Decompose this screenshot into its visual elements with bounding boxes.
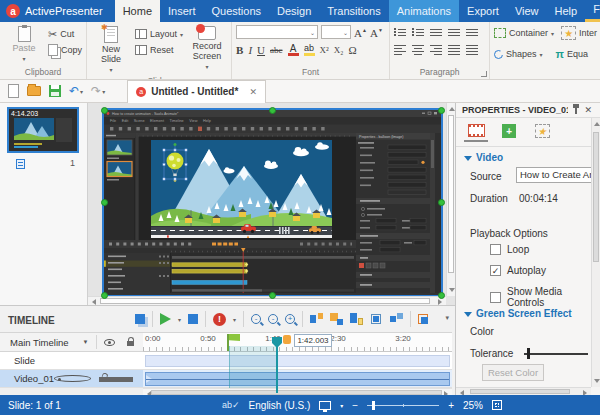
green-screen-section-header[interactable]: Green Screen Effect [464, 308, 572, 319]
open-button[interactable] [27, 86, 41, 96]
source-input[interactable]: How to Create Ani [516, 167, 594, 183]
visibility-toggle-icon[interactable] [54, 375, 91, 382]
autoplay-checkbox[interactable]: ✓ Autoplay [490, 265, 546, 276]
decrease-indent-button[interactable] [430, 27, 442, 36]
pin-icon[interactable] [575, 107, 577, 114]
strikethrough-button[interactable]: abc [270, 44, 283, 56]
symbol-button[interactable]: Ω [348, 44, 356, 56]
save-button[interactable] [49, 85, 61, 97]
properties-vertical-scrollbar[interactable] [591, 118, 600, 387]
tab-home[interactable]: Home [115, 0, 160, 22]
selection-handle-bottom-center[interactable] [269, 292, 276, 299]
line-spacing-button[interactable] [466, 27, 478, 36]
track-lane-video[interactable] [143, 370, 452, 388]
tab-media-properties[interactable] [464, 120, 488, 142]
container-button[interactable]: Container ▾ ★ Inter [494, 27, 597, 39]
properties-vscroll-thumb[interactable] [593, 132, 599, 262]
track-header-video[interactable]: Video_01 [0, 370, 143, 388]
tab-transitions[interactable]: Transitions [319, 0, 388, 22]
redo-button[interactable]: ↷▾ [91, 84, 105, 98]
shrink-font-button[interactable]: A▼ [370, 25, 383, 39]
proofing-icon[interactable]: ab✓ [222, 400, 240, 410]
stop-button[interactable] [188, 314, 198, 324]
record-narration-button[interactable]: ! [213, 313, 226, 326]
lock-toggle-icon[interactable] [99, 377, 134, 382]
split-button[interactable] [310, 313, 323, 325]
tab-interactivity[interactable]: ★ [530, 120, 554, 142]
reset-color-button[interactable]: Reset Color [482, 364, 544, 381]
cut-button[interactable]: ✂ Cut [48, 28, 82, 40]
tab-insert[interactable]: Insert [160, 0, 204, 22]
tab-size-properties[interactable]: + [497, 120, 521, 142]
align-right-button[interactable] [430, 43, 442, 55]
undo-button[interactable]: ↶▾ [69, 84, 83, 98]
visibility-toggle-icon[interactable] [104, 339, 115, 346]
new-document-button[interactable] [8, 84, 19, 98]
italic-button[interactable]: I [248, 44, 252, 56]
align-left-button[interactable] [394, 43, 406, 55]
shapes-button[interactable]: Shapes ▾ π Equa [494, 48, 597, 60]
selection-handle-top-left[interactable] [101, 107, 108, 114]
document-tab-close-icon[interactable]: ✕ [249, 87, 257, 97]
timeline-overflow-icon[interactable]: ▾ [445, 314, 449, 322]
fit-to-window-icon[interactable] [492, 400, 502, 410]
tab-help[interactable]: Help [547, 0, 586, 22]
zoom-out-icon[interactable]: - [268, 314, 278, 324]
track-selector-dropdown-icon[interactable]: ▼ [83, 339, 89, 345]
record-screen-button[interactable]: Record Screen ▾ [187, 25, 227, 72]
insert-time-button[interactable] [350, 313, 363, 325]
zoom-in-button[interactable]: + [448, 400, 454, 411]
tab-design[interactable]: Design [269, 0, 319, 22]
canvas-area[interactable]: How to create animation - Saola Animate*… [88, 103, 455, 305]
insert-freeze-button[interactable] [390, 313, 403, 325]
font-color-button[interactable]: A [288, 44, 299, 56]
properties-close-icon[interactable]: ✕ [584, 105, 594, 115]
timeline-selection-range[interactable] [229, 346, 277, 388]
zoom-in-icon[interactable]: - [251, 314, 261, 324]
selection-handle-top-right[interactable] [438, 107, 445, 114]
play-dropdown-icon[interactable]: ▾ [178, 316, 181, 323]
slide-duration-bar[interactable] [145, 355, 450, 367]
preview-mode-icon[interactable] [319, 401, 331, 410]
zoom-slider-handle[interactable] [372, 401, 375, 410]
play-button[interactable] [160, 313, 171, 325]
playhead-line[interactable] [276, 346, 278, 393]
selection-handle-top-center[interactable] [269, 107, 276, 114]
zoom-slider[interactable] [367, 405, 439, 406]
align-center-button[interactable] [412, 43, 424, 55]
tab-animations[interactable]: Animations [389, 0, 459, 22]
underline-button[interactable]: U [257, 44, 265, 56]
preview-dropdown-icon[interactable]: ▾ [340, 402, 343, 409]
superscript-button[interactable]: X² [320, 44, 329, 56]
loop-checkbox[interactable]: Loop [490, 244, 529, 255]
tolerance-slider-track[interactable] [524, 353, 588, 355]
copy-button[interactable]: Copy [48, 44, 82, 56]
lock-toggle-icon[interactable] [127, 341, 134, 346]
font-size-select[interactable]: ⌄ [321, 25, 351, 39]
join-button[interactable] [330, 313, 343, 325]
properties-horizontal-scrollbar[interactable] [456, 387, 591, 395]
track-header-slide[interactable]: Slide [0, 352, 143, 370]
track-selector[interactable]: Main Timeline [0, 337, 69, 348]
canvas-vertical-scrollbar[interactable] [446, 103, 455, 296]
document-tab[interactable]: a Untitled - Untitled* ✕ [127, 80, 266, 103]
subscript-button[interactable]: X₂ [334, 44, 344, 56]
tolerance-slider-handle[interactable] [527, 348, 530, 359]
bold-button[interactable]: B [236, 44, 243, 56]
grow-font-button[interactable]: A▲ [354, 25, 367, 39]
paste-button[interactable]: Paste ▾ [4, 25, 44, 64]
selection-handle-bottom-left[interactable] [101, 292, 108, 299]
selected-video-object[interactable]: How to create animation - Saola Animate*… [104, 110, 441, 295]
highlight-color-button[interactable]: ab [304, 44, 315, 56]
crop-button[interactable] [370, 313, 383, 325]
layout-button[interactable]: Layout ▾ [135, 28, 183, 40]
video-clip-bar[interactable] [145, 372, 450, 386]
selection-handle-mid-left[interactable] [101, 199, 108, 206]
bullet-list-button[interactable] [394, 27, 406, 36]
orange-marker-icon[interactable] [283, 335, 291, 344]
tab-questions[interactable]: Questions [204, 0, 270, 22]
zoom-out-button[interactable]: − [352, 400, 358, 411]
timeline-ruler[interactable]: 0:00 0:50 1:40 2:30 3:20 1:42.003 [143, 332, 452, 352]
record-dropdown-icon[interactable]: ▾ [233, 316, 236, 323]
tab-export[interactable]: Export [459, 0, 507, 22]
